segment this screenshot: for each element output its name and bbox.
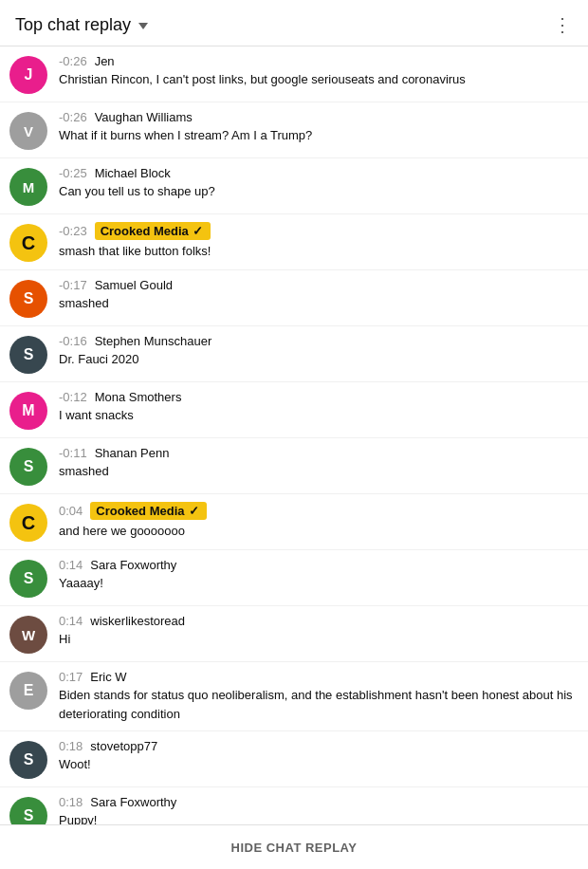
chat-author: Eric W [90, 670, 126, 684]
chat-time: 0:14 [59, 614, 83, 628]
chat-content: -0:11Shanan Pennsmashed [59, 446, 573, 481]
avatar: C [9, 504, 47, 542]
chat-author: Sara Foxworthy [90, 795, 176, 809]
chat-meta: -0:17Samuel Gould [59, 278, 573, 292]
chat-meta: -0:11Shanan Penn [59, 446, 573, 460]
chat-content: 0:14Sara FoxworthyYaaaay! [59, 558, 573, 593]
avatar: S [9, 448, 47, 486]
avatar: S [9, 741, 47, 779]
chat-message-text: smashed [59, 462, 573, 481]
channel-badge: Crooked Media✓ [95, 222, 211, 240]
list-item: C-0:23Crooked Media✓smash that like butt… [0, 214, 588, 270]
chat-message-text: Biden stands for status quo neoliberalis… [59, 686, 573, 723]
chat-author: Michael Block [95, 166, 171, 180]
chat-message-text: Hi [59, 630, 573, 649]
chat-time: -0:17 [59, 278, 87, 292]
chat-content: 0:18stovetopp77Woot! [59, 739, 573, 774]
chat-content: -0:16Stephen MunschauerDr. Fauci 2020 [59, 334, 573, 369]
chat-message-text: smash that like button folks! [59, 242, 573, 261]
chat-message-text: Dr. Fauci 2020 [59, 350, 573, 369]
channel-name: Crooked Media [101, 224, 189, 238]
chat-time: -0:25 [59, 166, 87, 180]
avatar: M [9, 392, 47, 430]
chat-content: -0:25Michael BlockCan you tell us to sha… [59, 166, 573, 201]
list-item: W0:14wiskerlikestoreadHi [0, 606, 588, 662]
chat-author: Sara Foxworthy [90, 558, 176, 572]
chat-time: 0:17 [59, 670, 83, 684]
chat-content: 0:14wiskerlikestoreadHi [59, 614, 573, 649]
chat-message-text: smashed [59, 294, 573, 313]
more-options-button[interactable]: ⋮ [553, 13, 573, 36]
chat-time: 0:14 [59, 558, 83, 572]
list-item: M-0:25Michael BlockCan you tell us to sh… [0, 158, 588, 214]
chat-content: 0:17Eric WBiden stands for status quo ne… [59, 670, 573, 723]
list-item: C0:04Crooked Media✓and here we gooooooo [0, 494, 588, 550]
chat-time: -0:12 [59, 390, 87, 404]
chat-message-text: What if it burns when I stream? Am I a T… [59, 126, 573, 145]
chat-time: -0:26 [59, 110, 87, 124]
avatar: S [9, 560, 47, 598]
avatar: V [9, 112, 47, 150]
chat-content: -0:23Crooked Media✓smash that like butto… [59, 222, 573, 261]
chat-content: -0:26JenChristian Rincon, I can't post l… [59, 54, 573, 89]
chat-content: -0:17Samuel Gouldsmashed [59, 278, 573, 313]
list-item: J-0:26JenChristian Rincon, I can't post … [0, 46, 588, 102]
chat-meta: 0:18stovetopp77 [59, 739, 573, 753]
checkmark-icon: ✓ [193, 224, 203, 238]
chat-meta: -0:26Jen [59, 54, 573, 68]
chat-meta: -0:26Vaughan Williams [59, 110, 573, 124]
chat-author: wiskerlikestoread [90, 614, 185, 628]
top-chat-replay-dropdown[interactable]: Top chat replay [15, 15, 148, 35]
avatar: W [9, 616, 47, 654]
chat-author: stovetopp77 [90, 739, 157, 753]
chat-meta: 0:14Sara Foxworthy [59, 558, 573, 572]
chat-time: 0:18 [59, 739, 83, 753]
list-item: E0:17Eric WBiden stands for status quo n… [0, 662, 588, 731]
avatar: J [9, 56, 47, 94]
avatar: S [9, 336, 47, 374]
chat-message-text: Can you tell us to shape up? [59, 182, 573, 201]
list-item: S0:14Sara FoxworthyYaaaay! [0, 550, 588, 606]
chat-time: -0:16 [59, 334, 87, 348]
chat-content: 0:04Crooked Media✓and here we gooooooo [59, 502, 573, 541]
chat-author: Stephen Munschauer [95, 334, 212, 348]
chat-message-text: and here we gooooooo [59, 522, 573, 541]
list-item: S-0:16Stephen MunschauerDr. Fauci 2020 [0, 326, 588, 382]
header-title: Top chat replay [15, 15, 131, 35]
avatar: S [9, 280, 47, 318]
chat-message-text: Yaaaay! [59, 574, 573, 593]
chat-meta: -0:25Michael Block [59, 166, 573, 180]
chat-meta: 0:04Crooked Media✓ [59, 502, 573, 520]
chat-message-text: Christian Rincon, I can't post links, bu… [59, 70, 573, 89]
list-item: M-0:12Mona SmothersI want snacks [0, 382, 588, 438]
chat-meta: 0:18Sara Foxworthy [59, 795, 573, 809]
footer: HIDE CHAT REPLAY [0, 824, 588, 869]
chat-author: Samuel Gould [95, 278, 173, 292]
chat-time: -0:26 [59, 54, 87, 68]
chat-time: -0:11 [59, 446, 87, 460]
checkmark-icon: ✓ [189, 504, 199, 518]
chevron-down-icon [138, 23, 148, 29]
chat-author: Jen [95, 54, 115, 68]
avatar: M [9, 168, 47, 206]
hide-chat-replay-button[interactable]: HIDE CHAT REPLAY [231, 841, 358, 855]
chat-message-text: I want snacks [59, 406, 573, 425]
chat-author: Mona Smothers [95, 390, 182, 404]
channel-name: Crooked Media [96, 504, 184, 518]
list-item: S0:18stovetopp77Woot! [0, 731, 588, 787]
chat-meta: -0:23Crooked Media✓ [59, 222, 573, 240]
list-item: S-0:17Samuel Gouldsmashed [0, 270, 588, 326]
chat-meta: -0:16Stephen Munschauer [59, 334, 573, 348]
chat-author: Vaughan Williams [95, 110, 193, 124]
chat-message-text: Woot! [59, 755, 573, 774]
chat-time: 0:18 [59, 795, 83, 809]
chat-time: -0:23 [59, 224, 87, 238]
channel-badge: Crooked Media✓ [90, 502, 206, 520]
avatar: E [9, 672, 47, 710]
chat-list: J-0:26JenChristian Rincon, I can't post … [0, 46, 588, 859]
chat-meta: -0:12Mona Smothers [59, 390, 573, 404]
chat-content: -0:26Vaughan WilliamsWhat if it burns wh… [59, 110, 573, 145]
list-item: V-0:26Vaughan WilliamsWhat if it burns w… [0, 102, 588, 158]
chat-meta: 0:14wiskerlikestoread [59, 614, 573, 628]
avatar: C [9, 224, 47, 262]
